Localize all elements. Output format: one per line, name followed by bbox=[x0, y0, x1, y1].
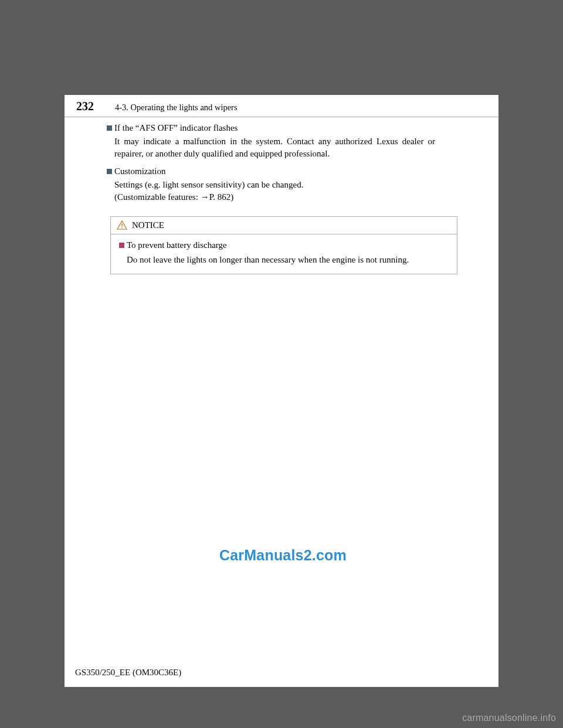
notice-item-body: Do not leave the lights on longer than n… bbox=[127, 254, 449, 266]
page-number: 232 bbox=[76, 100, 94, 113]
square-bullet-icon bbox=[119, 243, 124, 248]
notice-header: NOTICE bbox=[111, 217, 457, 234]
notice-item-heading: To prevent battery discharge bbox=[119, 240, 449, 250]
manual-page: 232 4-3. Operating the lights and wipers… bbox=[65, 95, 498, 687]
page-header: 232 4-3. Operating the lights and wipers bbox=[65, 95, 498, 113]
body-line: Settings (e.g. light sensor sensitivity)… bbox=[114, 180, 303, 189]
notice-item-heading-text: To prevent battery discharge bbox=[127, 240, 227, 250]
arrow-icon: → bbox=[201, 192, 209, 202]
square-bullet-icon bbox=[107, 169, 112, 174]
body-line-post: P. 862) bbox=[209, 192, 234, 202]
body-line-pre: (Customizable features: bbox=[114, 192, 201, 202]
item-heading: If the “AFS OFF” indicator flashes bbox=[107, 123, 435, 133]
item-body: It may indicate a malfunction in the sys… bbox=[114, 135, 435, 159]
document-code: GS350/250_EE (OM30C36E) bbox=[75, 668, 181, 678]
content-area: If the “AFS OFF” indicator flashes It ma… bbox=[65, 117, 498, 203]
item-heading-text: Customization bbox=[114, 166, 166, 176]
notice-label: NOTICE bbox=[132, 220, 164, 230]
svg-point-2 bbox=[121, 227, 123, 229]
section-title: 4-3. Operating the lights and wipers bbox=[115, 103, 238, 113]
item-heading-text: If the “AFS OFF” indicator flashes bbox=[114, 123, 238, 133]
info-item-customization: Customization Settings (e.g. light senso… bbox=[107, 166, 435, 203]
square-bullet-icon bbox=[107, 125, 112, 131]
warning-triangle-icon bbox=[117, 220, 127, 230]
info-item-afs-off: If the “AFS OFF” indicator flashes It ma… bbox=[107, 123, 435, 159]
item-heading: Customization bbox=[107, 166, 435, 176]
watermark-footer: carmanualsonline.info bbox=[462, 713, 556, 723]
notice-box: NOTICE To prevent battery discharge Do n… bbox=[110, 216, 457, 274]
watermark-center: CarManuals2.com bbox=[219, 547, 347, 564]
notice-body: To prevent battery discharge Do not leav… bbox=[111, 234, 457, 274]
item-body: Settings (e.g. light sensor sensitivity)… bbox=[114, 179, 435, 203]
